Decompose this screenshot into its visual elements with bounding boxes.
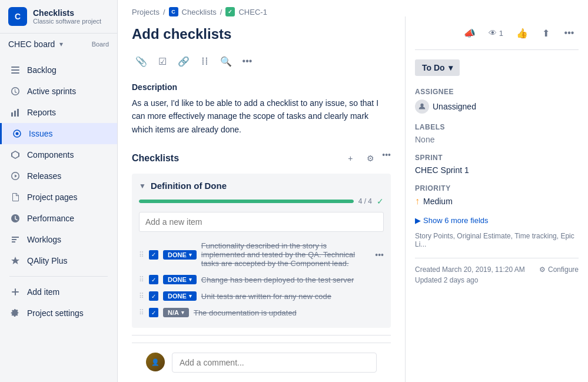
priority-icon: ↑ bbox=[415, 196, 420, 207]
checklists-actions: + ⚙ ••• bbox=[342, 150, 391, 167]
priority-label: Priority bbox=[415, 184, 579, 192]
checklist-settings-button[interactable]: ⚙ bbox=[362, 150, 378, 167]
share-button[interactable]: ⬆ bbox=[536, 24, 555, 42]
item-text-2: Change has been deployed to the test ser… bbox=[201, 275, 384, 284]
announce-button[interactable]: 📣 bbox=[460, 24, 479, 42]
like-button[interactable]: 👍 bbox=[513, 24, 531, 42]
checkbox-icon[interactable]: ✓ bbox=[149, 291, 158, 301]
progress-bar-bg bbox=[139, 200, 354, 203]
sidebar-item-project-settings[interactable]: Project settings bbox=[0, 303, 117, 324]
backlog-icon bbox=[9, 64, 21, 76]
sidebar-item-worklogs-label: Worklogs bbox=[27, 235, 61, 244]
users-button[interactable]: ⁞⁞ bbox=[195, 52, 214, 71]
show-more-fields-button[interactable]: ▶ Show 6 more fields bbox=[415, 216, 579, 225]
sidebar-item-reports[interactable]: Reports bbox=[0, 102, 117, 123]
status-badge-done-1[interactable]: DONE ▾ bbox=[163, 250, 197, 260]
sidebar-item-add-item[interactable]: Add item bbox=[0, 281, 117, 303]
assignee-value[interactable]: Unassigned bbox=[415, 99, 579, 114]
svg-rect-4 bbox=[14, 111, 16, 117]
breadcrumb-projects[interactable]: Projects bbox=[132, 8, 160, 16]
drag-handle-icon[interactable]: ⠿ bbox=[139, 308, 144, 317]
project-logo: C bbox=[8, 7, 27, 26]
checklist-collapse-icon[interactable]: ▼ bbox=[139, 182, 146, 190]
sidebar-item-issues[interactable]: Issues bbox=[0, 123, 117, 144]
drag-handle-icon[interactable]: ⠿ bbox=[139, 251, 144, 259]
watch-button[interactable]: 👁 1 bbox=[484, 26, 508, 40]
configure-button[interactable]: ⚙ Configure bbox=[539, 265, 579, 274]
comment-area: 👤 bbox=[132, 343, 391, 382]
progress-bar-wrap: 4 / 4 ✓ bbox=[139, 197, 384, 206]
content-area: Add checklists 📎 ☑ 🔗 ⁞⁞ 🔍 ••• Descriptio… bbox=[118, 16, 588, 382]
settings-icon bbox=[9, 307, 21, 319]
sidebar-item-backlog[interactable]: Backlog bbox=[0, 59, 117, 81]
checkbox-icon[interactable]: ✓ bbox=[149, 275, 158, 284]
status-chevron-icon: ▾ bbox=[181, 310, 184, 315]
sidebar-item-components-label: Components bbox=[27, 150, 74, 160]
meta-info: ⚙ Configure Created March 20, 2019, 11:2… bbox=[415, 258, 579, 284]
assignee-avatar bbox=[415, 99, 429, 114]
sidebar-item-quality-plus-label: QAlity Plus bbox=[27, 256, 67, 265]
checklist-group: ▼ Definition of Done 4 / 4 ✓ ⠿ ✓ DONE ▾ bbox=[132, 174, 391, 328]
checklist-more-button[interactable]: ••• bbox=[382, 150, 391, 167]
checkbox-icon[interactable]: ✓ bbox=[149, 308, 158, 317]
drag-handle-icon[interactable]: ⠿ bbox=[139, 275, 144, 284]
status-chevron-icon: ▾ bbox=[189, 293, 192, 299]
drag-handle-icon[interactable]: ⠿ bbox=[139, 292, 144, 300]
sidebar-item-releases[interactable]: Releases bbox=[0, 165, 117, 187]
sprint-label: Sprint bbox=[415, 154, 579, 162]
sprint-value[interactable]: CHEC Sprint 1 bbox=[415, 165, 579, 175]
breadcrumb-sep-1: / bbox=[163, 8, 165, 16]
item-more-1[interactable]: ••• bbox=[375, 250, 384, 260]
more-options-button[interactable]: ••• bbox=[560, 24, 579, 42]
status-badge-na[interactable]: N/A ▾ bbox=[163, 308, 189, 317]
item-text-4: The documentation is updated bbox=[194, 308, 384, 317]
board-label: Board bbox=[92, 41, 109, 48]
sidebar-nav: Backlog Active sprints Reports Issues Co… bbox=[0, 55, 117, 382]
description-label: Description bbox=[132, 82, 391, 92]
sidebar: C Checklists Classic software project CH… bbox=[0, 0, 118, 382]
board-name: CHEC board bbox=[8, 39, 55, 49]
svg-point-7 bbox=[16, 132, 19, 135]
more-toolbar-button[interactable]: ••• bbox=[238, 52, 257, 71]
checklist-item: ⠿ ✓ DONE ▾ Change has been deployed to t… bbox=[139, 271, 384, 288]
comment-input[interactable] bbox=[172, 353, 377, 373]
checkbox-icon[interactable]: ✓ bbox=[149, 250, 158, 260]
board-chevron-icon: ▾ bbox=[59, 40, 63, 48]
item-text-1: Functionality described in the story is … bbox=[201, 241, 371, 268]
sidebar-item-components[interactable]: Components bbox=[0, 144, 117, 165]
checklists-title: Checklists bbox=[132, 153, 179, 164]
status-badge-done-3[interactable]: DONE ▾ bbox=[163, 291, 197, 301]
status-chevron-icon: ▾ bbox=[189, 252, 192, 258]
attach-button[interactable]: 📎 bbox=[132, 52, 151, 71]
status-dropdown[interactable]: To Do ▾ bbox=[415, 59, 460, 76]
add-checklist-item-button[interactable]: + bbox=[342, 150, 358, 167]
labels-section: Labels None bbox=[415, 123, 579, 144]
gear-icon: ⚙ bbox=[539, 265, 546, 274]
sidebar-item-project-pages[interactable]: Project pages bbox=[0, 187, 117, 208]
sidebar-item-active-sprints[interactable]: Active sprints bbox=[0, 81, 117, 102]
search-button[interactable]: 🔍 bbox=[217, 52, 235, 71]
add-item-input[interactable] bbox=[139, 212, 384, 232]
add-item-label: Add item bbox=[27, 287, 59, 297]
project-name: Checklists bbox=[33, 8, 109, 18]
sidebar-item-issues-label: Issues bbox=[29, 129, 52, 138]
priority-value[interactable]: ↑ Medium bbox=[415, 196, 579, 207]
checklist-button[interactable]: ☑ bbox=[153, 52, 172, 71]
breadcrumb-issue-id[interactable]: CHEC-1 bbox=[238, 8, 267, 16]
quality-icon bbox=[9, 255, 21, 267]
item-text-3: Unit tests are written for any new code bbox=[201, 292, 384, 301]
sidebar-item-worklogs[interactable]: Worklogs bbox=[0, 229, 117, 250]
status-badge-done-2[interactable]: DONE ▾ bbox=[163, 275, 197, 284]
created-label: Created March 20, 2019, 11:20 AM bbox=[415, 265, 525, 274]
project-settings-label: Project settings bbox=[27, 308, 84, 318]
project-type: Classic software project bbox=[33, 18, 109, 25]
sidebar-item-performance[interactable]: Performance bbox=[0, 208, 117, 229]
checklist-item: ⠿ ✓ DONE ▾ Unit tests are written for an… bbox=[139, 288, 384, 304]
nav-divider bbox=[9, 276, 108, 277]
labels-value[interactable]: None bbox=[415, 135, 579, 144]
link-button[interactable]: 🔗 bbox=[174, 52, 193, 71]
sidebar-item-quality-plus[interactable]: QAlity Plus bbox=[0, 250, 117, 271]
breadcrumb-project[interactable]: Checklists bbox=[182, 8, 217, 16]
user-avatar: 👤 bbox=[146, 353, 165, 371]
board-section[interactable]: CHEC board ▾ Board bbox=[0, 34, 117, 55]
